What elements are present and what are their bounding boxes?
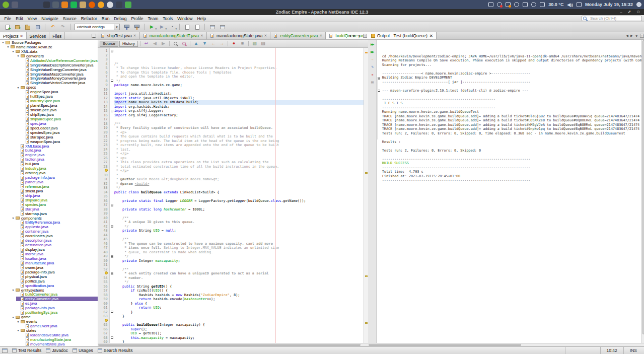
tree-row[interactable]: speciesSpec.java xyxy=(0,130,98,135)
volume-icon[interactable]: ◀)) xyxy=(567,3,573,7)
tree-row[interactable]: engine.java xyxy=(0,153,98,157)
tree-row[interactable]: package-info.java xyxy=(0,175,98,180)
code-text[interactable]: /* * To change this license header, choo… xyxy=(114,48,364,343)
stop-macro-button[interactable]: ■ xyxy=(239,40,246,47)
tree-row[interactable]: SingleValueMassConverter.java xyxy=(0,72,98,77)
tree-row[interactable]: loadandsaveState.java xyxy=(0,333,98,337)
bottom-window-search-results[interactable]: Search Results xyxy=(98,348,133,353)
tree-row[interactable]: SingleValueMoneyConverter.java xyxy=(0,77,98,81)
tree-row[interactable]: engineSpec.java xyxy=(0,90,98,94)
menu-refactor[interactable]: Refactor xyxy=(79,16,99,21)
firefox-icon[interactable] xyxy=(89,2,95,8)
tree-row[interactable]: star.java xyxy=(0,207,98,211)
close-tab-icon[interactable]: ✕ xyxy=(264,34,267,38)
fold-toggle-icon[interactable] xyxy=(110,49,114,53)
tree-row[interactable]: politics.java xyxy=(0,279,98,284)
tree-row[interactable]: planet.java xyxy=(0,180,98,184)
menu-tools[interactable]: Tools xyxy=(161,16,175,21)
firewall-shield-icon[interactable] xyxy=(506,2,511,7)
tree-row[interactable]: spec.java xyxy=(0,121,98,126)
redo-button[interactable]: ↷ xyxy=(58,23,67,31)
shift-line-left-button[interactable]: ← xyxy=(209,40,217,47)
debug-project-button[interactable]: ▶▾ xyxy=(157,23,167,31)
tree-row[interactable]: SingleValueVectorConverter.java xyxy=(0,81,98,85)
tree-row[interactable]: package-info.java xyxy=(0,270,98,274)
editor-hscroll-thumb[interactable] xyxy=(98,344,361,346)
tree-row[interactable]: EntityReference.java xyxy=(0,221,98,225)
tree-row[interactable]: faction.java xyxy=(0,157,98,162)
tree-row[interactable]: starmap.java xyxy=(0,211,98,216)
tree-row[interactable]: positioningSys.java xyxy=(0,310,98,315)
scroll-tabs-left-icon[interactable]: ◀ xyxy=(348,34,351,38)
maximize-editor-icon[interactable]: ▢ xyxy=(363,34,367,38)
tree-row[interactable]: hull.java xyxy=(0,162,98,166)
minimize-window-icon[interactable]: ▁ xyxy=(92,34,96,38)
tree-row[interactable]: ▼events xyxy=(0,319,98,324)
fold-toggle-icon[interactable] xyxy=(110,203,114,207)
fold-toggle-icon[interactable] xyxy=(110,271,114,276)
error-stripe[interactable] xyxy=(364,48,368,343)
tree-row[interactable]: es.java xyxy=(0,301,98,306)
fold-toggle-icon[interactable] xyxy=(110,109,114,113)
notes-document-icon[interactable] xyxy=(523,2,528,7)
tree-row[interactable]: shield.java xyxy=(0,189,98,193)
close-tab-icon[interactable]: ✕ xyxy=(20,34,23,38)
menu-run[interactable]: Run xyxy=(99,16,112,21)
tree-row[interactable]: ▼name.moore.kevin.ze xyxy=(0,45,98,49)
close-tab-icon[interactable]: ✕ xyxy=(200,34,203,38)
menu-navigate[interactable]: Navigate xyxy=(39,16,61,21)
create-group-window-button[interactable] xyxy=(207,23,217,31)
tree-row[interactable]: ▼XML.data xyxy=(0,49,98,54)
maximize-output-icon[interactable]: ▢ xyxy=(640,34,644,38)
clock-app-icon[interactable] xyxy=(98,2,104,8)
terminal-icon[interactable] xyxy=(43,2,50,8)
close-tab-icon[interactable]: ✕ xyxy=(430,33,433,38)
quick-search-input[interactable]: Search (Ctrl+I) xyxy=(582,16,642,21)
tree-row[interactable]: gameEvent.java xyxy=(0,324,98,328)
tree-row[interactable]: build.java xyxy=(0,149,98,153)
uncomment-lines-button[interactable]: ▨ xyxy=(259,40,267,47)
editor-tab-manufacturingStateIT-java[interactable]: manufacturingStateIT.java✕ xyxy=(140,32,207,39)
output-hscrollbar[interactable] xyxy=(368,343,644,346)
user-account-icon[interactable] xyxy=(636,2,641,7)
tree-row[interactable]: AttributedValueReferenceConverter.java xyxy=(0,58,98,63)
antivirus-shield-icon[interactable] xyxy=(116,2,122,8)
expand-arrow-icon[interactable]: ▼ xyxy=(16,320,20,323)
tree-row[interactable]: ▼game xyxy=(0,315,98,319)
minecraft-icon[interactable] xyxy=(125,2,131,8)
scroll-tabs-left-icon[interactable]: ◀ xyxy=(626,34,628,38)
fold-toggle-icon[interactable] xyxy=(110,225,114,229)
fold-toggle-icon[interactable] xyxy=(110,254,114,259)
forward-button[interactable]: ▶ xyxy=(160,40,167,47)
menu-profile[interactable]: Profile xyxy=(129,16,146,21)
expand-arrow-icon[interactable]: ▼ xyxy=(1,41,5,44)
tree-row[interactable]: industrySpec.java xyxy=(0,99,98,103)
tab-projects[interactable]: Projects✕ xyxy=(0,32,27,39)
tab-services[interactable]: Services xyxy=(27,32,50,39)
editor-hscrollbar[interactable] xyxy=(98,343,368,346)
new-file-button[interactable] xyxy=(3,23,12,31)
tree-row[interactable]: reference.java xyxy=(0,184,98,189)
next-bookmark-button[interactable]: ▼ xyxy=(201,40,208,47)
tree-row[interactable]: description.java xyxy=(0,238,98,243)
game-launcher-icon[interactable] xyxy=(61,2,68,8)
run-project-button[interactable]: ▶▾ xyxy=(147,23,157,31)
tree-row[interactable]: shieldSpec.java xyxy=(0,108,98,112)
expand-arrow-icon[interactable]: ▼ xyxy=(16,86,20,89)
tree-row[interactable]: ▼states xyxy=(0,328,98,333)
bottom-window-javadoc[interactable]: Javadoc xyxy=(46,348,68,353)
tree-row[interactable]: ▼Source Packages xyxy=(0,40,98,45)
view-toggle-history[interactable]: History xyxy=(119,41,138,47)
tree-row[interactable]: ▼converters xyxy=(0,54,98,58)
output-filter-button[interactable]: ▤ xyxy=(369,79,375,85)
rerun-tests-button[interactable]: ▶▶ xyxy=(369,41,375,47)
tree-row[interactable]: orbiting.java xyxy=(0,171,98,175)
tab-files[interactable]: Files xyxy=(49,32,65,39)
tree-row[interactable]: species.java xyxy=(0,202,98,207)
tree-row[interactable]: specLoader.java xyxy=(0,126,98,130)
expand-arrow-icon[interactable]: ▼ xyxy=(11,316,15,319)
tree-row[interactable]: shipyardSpec.java xyxy=(0,117,98,121)
tree-row[interactable]: manufacture.java xyxy=(0,261,98,265)
find-selection-button[interactable] xyxy=(172,40,179,47)
tree-row[interactable]: container.java xyxy=(0,229,98,234)
